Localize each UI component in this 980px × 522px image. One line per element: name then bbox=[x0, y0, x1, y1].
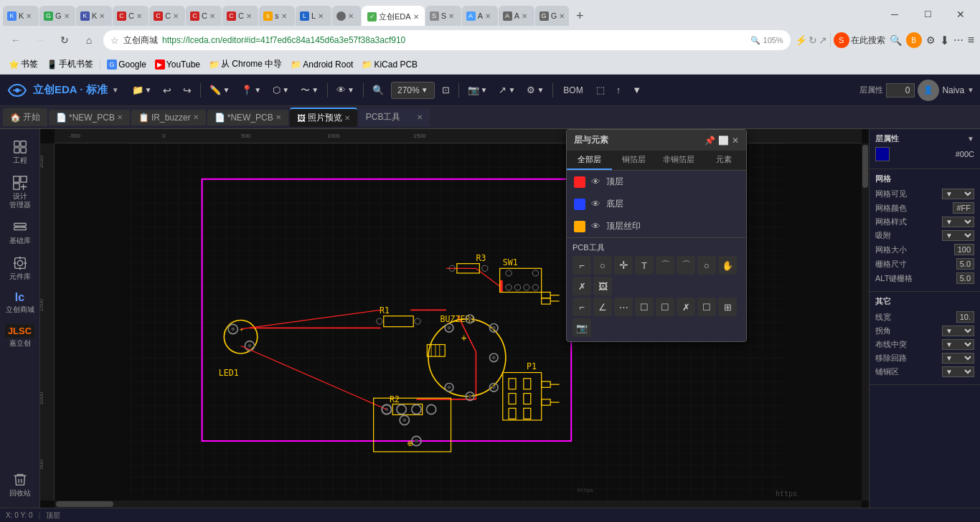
refresh-button[interactable]: ↻ bbox=[55, 30, 75, 50]
tab-add-button[interactable]: + bbox=[570, 6, 590, 26]
3d-button[interactable]: ⬚ bbox=[592, 82, 609, 98]
reload-icon[interactable]: ↻ bbox=[809, 34, 817, 46]
browser-tab-more[interactable]: G G ✕ bbox=[535, 6, 570, 26]
bom-button[interactable]: BOM bbox=[557, 82, 588, 98]
bookmark-kicad[interactable]: 📁 KiCad PCB bbox=[359, 58, 420, 71]
forward-button[interactable]: → bbox=[30, 30, 50, 50]
pcb-tool-rect2[interactable]: ☐ bbox=[656, 298, 674, 316]
routing-select[interactable]: ▼ bbox=[942, 339, 974, 350]
tab-pcbtools-close[interactable]: ✕ bbox=[417, 113, 423, 121]
sidebar-item-basic[interactable]: 基础库 bbox=[2, 215, 38, 250]
tab-newpcb1-close[interactable]: ✕ bbox=[117, 113, 123, 121]
expand-icon[interactable]: ⬜ bbox=[718, 136, 729, 146]
browser-tab-a2[interactable]: A A ✕ bbox=[499, 6, 534, 26]
snap-select[interactable]: ▼ bbox=[942, 230, 974, 241]
pcb-tool-grid[interactable]: ⊞ bbox=[718, 298, 737, 316]
pcb-tool-corner[interactable]: ⌐ bbox=[573, 298, 591, 316]
user-avatar[interactable]: 👤 bbox=[918, 80, 939, 101]
layer-eye-topsilk[interactable]: 👁 bbox=[591, 221, 600, 232]
close-button[interactable]: ✕ bbox=[944, 3, 977, 26]
downloads-icon[interactable]: ⬇ bbox=[940, 34, 949, 47]
pcb-tool-cross2[interactable]: ✗ bbox=[677, 298, 695, 316]
close-panel-icon[interactable]: ✕ bbox=[732, 136, 739, 146]
brave-shield[interactable]: B bbox=[906, 32, 922, 48]
sidebar-item-jlcpcb[interactable]: JLSC 嘉立创 bbox=[2, 320, 38, 352]
pcb-tool-image[interactable]: 🖼 bbox=[593, 277, 612, 295]
layer-tab-copper[interactable]: 铜箔层 bbox=[612, 151, 657, 170]
sidebar-item-design[interactable]: 设计 管理器 bbox=[2, 171, 38, 214]
browser-tab-s[interactable]: s s ✕ bbox=[259, 6, 295, 26]
search-button[interactable]: 🔍 bbox=[890, 34, 902, 46]
sidebar-item-store[interactable]: Ic 立创商城 bbox=[2, 287, 38, 318]
layer-tab-elements[interactable]: 元素 bbox=[702, 151, 747, 170]
pcb-tool-x[interactable]: ✗ bbox=[573, 277, 591, 295]
layer-eye-bottom[interactable]: 👁 bbox=[591, 199, 600, 209]
user-dropdown[interactable]: ▼ bbox=[967, 86, 974, 94]
bookmark-chrome[interactable]: 📁 从 Chrome 中导 bbox=[206, 57, 285, 72]
bookmark-google[interactable]: G Google bbox=[104, 58, 149, 71]
redo-button[interactable]: ↪ bbox=[179, 82, 196, 99]
browser-tab-lceda-active[interactable]: ✓ 立创EDA ✕ bbox=[362, 6, 425, 26]
sidebar-item-trash[interactable]: 回收站 bbox=[2, 468, 38, 502]
layer-tab-all[interactable]: 全部层 bbox=[567, 151, 612, 170]
home-button[interactable]: ⌂ bbox=[79, 30, 99, 50]
tab-newpcb2[interactable]: 📄 *NEW_PCB ✕ bbox=[207, 110, 288, 125]
pcb-tool-arc1[interactable]: ⌒ bbox=[656, 256, 674, 275]
zoom-out-button[interactable]: 🔍 bbox=[368, 82, 388, 98]
layer-item-topsilk[interactable]: 👁 顶层丝印 bbox=[567, 215, 746, 237]
tab-photo-close[interactable]: ✕ bbox=[344, 114, 350, 122]
grid-style-select[interactable]: ▼ bbox=[942, 217, 974, 227]
pcb-tool-circle[interactable]: ○ bbox=[593, 256, 612, 275]
tab-newpcb2-close[interactable]: ✕ bbox=[275, 113, 281, 121]
share-icon[interactable]: ↗ bbox=[819, 34, 827, 46]
mobile-bookmarks[interactable]: 📱 手机书签 bbox=[44, 57, 96, 72]
copper-pour-select[interactable]: ▼ bbox=[942, 366, 974, 377]
pcb-tool-hand[interactable]: ✋ bbox=[718, 256, 737, 275]
move-route-select[interactable]: ▼ bbox=[942, 353, 974, 364]
logo-dropdown[interactable]: ▼ bbox=[112, 86, 119, 94]
minimize-button[interactable]: ─ bbox=[878, 3, 911, 26]
scrollbar-bottom[interactable] bbox=[55, 500, 862, 508]
more-icon[interactable]: ≡ bbox=[968, 34, 974, 47]
export-button[interactable]: ↑ bbox=[612, 82, 626, 98]
undo-button[interactable]: ↩ bbox=[159, 82, 176, 99]
browser-tab-g[interactable]: G G ✕ bbox=[39, 6, 75, 26]
pcb-tool-dotted[interactable]: ⋯ bbox=[614, 298, 633, 316]
browser-tab-l[interactable]: L L ✕ bbox=[296, 6, 331, 26]
settings-icon[interactable]: ⋯ bbox=[953, 34, 963, 46]
layer-eye-top[interactable]: 👁 bbox=[591, 176, 600, 187]
pcb-tool-arc2[interactable]: ⌒ bbox=[677, 256, 695, 275]
scrollbar-right[interactable] bbox=[862, 143, 869, 500]
tab-newpcb1[interactable]: 📄 *NEW_PCB ✕ bbox=[49, 110, 130, 125]
layer-item-bottom[interactable]: 👁 底层 bbox=[567, 193, 746, 215]
sidebar-item-components[interactable]: 元件库 bbox=[2, 251, 38, 285]
layer-tab-noncopper[interactable]: 非铜箔层 bbox=[656, 151, 702, 170]
pcb-tool-cross[interactable]: ✛ bbox=[614, 256, 633, 275]
browser-tab-k1[interactable]: K K ✕ bbox=[3, 6, 39, 26]
sidebar-item-project[interactable]: 工程 bbox=[2, 135, 38, 169]
pcb-tool-ellipse[interactable]: ○ bbox=[697, 256, 716, 275]
layer-prop-dropdown[interactable]: ▼ bbox=[967, 135, 974, 143]
fit-screen-button[interactable]: ⊡ bbox=[438, 82, 454, 98]
bookmark-youtube[interactable]: ▶ YouTube bbox=[152, 58, 203, 71]
share-button[interactable]: ↗▼ bbox=[494, 82, 519, 98]
browser-tab-s2[interactable]: S S ✕ bbox=[425, 6, 461, 26]
browser-tab-a1[interactable]: A A ✕ bbox=[462, 6, 498, 26]
tab-photo-preview[interactable]: 🖼 照片预览 ✕ bbox=[290, 108, 357, 127]
bookmark-star[interactable]: ⭐ 书签 bbox=[6, 57, 41, 72]
bookmark-android[interactable]: 📁 Android Root bbox=[288, 58, 356, 71]
browser-tab-k2[interactable]: K K ✕ bbox=[76, 6, 112, 26]
shape-tool-button[interactable]: ⬡▼ bbox=[268, 82, 293, 98]
grid-visible-select[interactable]: ▼ bbox=[942, 189, 974, 199]
tab-irbuzzer-close[interactable]: ✕ bbox=[193, 113, 199, 121]
url-bar[interactable]: ☆ 立创商城 https://lceda.cn/editor#id=41f7ed… bbox=[103, 30, 791, 50]
back-button[interactable]: ← bbox=[6, 30, 26, 50]
camera-button[interactable]: 📷▼ bbox=[463, 82, 492, 98]
tab-pcb-tools[interactable]: PCB工具 ✕ bbox=[359, 108, 430, 126]
pen-tool-button[interactable]: ✏️▼ bbox=[205, 82, 234, 98]
maximize-button[interactable]: ☐ bbox=[911, 3, 944, 26]
tab-start[interactable]: 🏠 开始 bbox=[3, 108, 47, 126]
tab-irbuzzer[interactable]: 📋 IR_buzzer ✕ bbox=[131, 110, 206, 125]
pcb-tool-square[interactable]: ☐ bbox=[697, 298, 716, 316]
pcb-tool-wire[interactable]: ⌐ bbox=[573, 256, 591, 275]
